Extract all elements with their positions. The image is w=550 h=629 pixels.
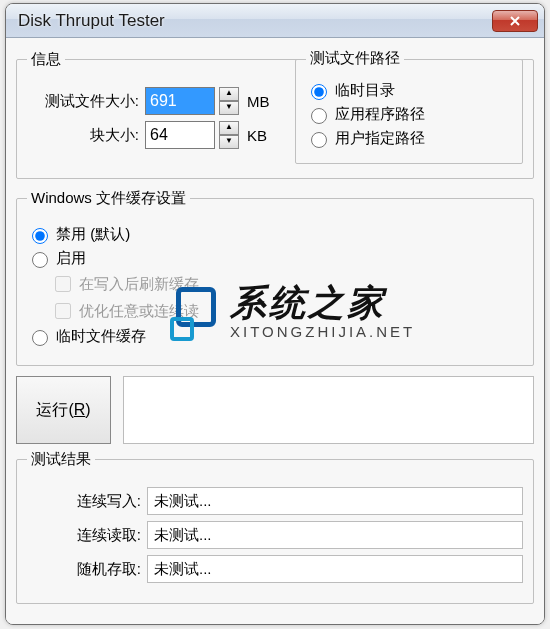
cache-legend: Windows 文件缓存设置 bbox=[27, 189, 190, 208]
close-button[interactable] bbox=[492, 10, 538, 32]
file-size-unit: MB bbox=[247, 93, 270, 110]
cache-enable-label: 启用 bbox=[56, 249, 86, 268]
checkbox-input bbox=[55, 276, 71, 292]
flush-check: 在写入后刷新缓存 bbox=[51, 273, 523, 295]
seq-read-value: 未测试... bbox=[147, 521, 523, 549]
spin-up-icon[interactable]: ▲ bbox=[219, 121, 239, 135]
radio-input[interactable] bbox=[311, 84, 327, 100]
cache-enable-radio[interactable]: 启用 bbox=[27, 249, 523, 268]
rand-access-label: 随机存取: bbox=[27, 560, 147, 579]
results-group: 测试结果 连续写入: 未测试... 连续读取: 未测试... 随机存取: 未测试… bbox=[16, 450, 534, 604]
block-size-label: 块大小: bbox=[27, 126, 145, 145]
cache-temp-label: 临时文件缓存 bbox=[56, 327, 146, 346]
cache-disable-label: 禁用 (默认) bbox=[56, 225, 130, 244]
optimize-check-label: 优化任意或连续读 bbox=[79, 302, 199, 321]
path-user-radio[interactable]: 用户指定路径 bbox=[306, 129, 512, 148]
path-legend: 测试文件路径 bbox=[306, 49, 404, 68]
cache-group: Windows 文件缓存设置 禁用 (默认) 启用 在写入后刷新缓存 优化任意或… bbox=[16, 189, 534, 366]
titlebar: Disk Thruput Tester bbox=[6, 4, 544, 38]
run-button-label: 运行(R) bbox=[36, 400, 90, 421]
path-app-label: 应用程序路径 bbox=[335, 105, 425, 124]
file-size-input[interactable] bbox=[145, 87, 215, 115]
path-group: 测试文件路径 临时目录 应用程序路径 用户指定路径 bbox=[295, 59, 523, 164]
file-size-spinner[interactable]: ▲ ▼ bbox=[219, 87, 239, 115]
spin-up-icon[interactable]: ▲ bbox=[219, 87, 239, 101]
run-button[interactable]: 运行(R) bbox=[16, 376, 111, 444]
seq-write-value: 未测试... bbox=[147, 487, 523, 515]
app-window: Disk Thruput Tester 信息 测试文件大小: ▲ ▼ bbox=[5, 3, 545, 625]
block-size-unit: KB bbox=[247, 127, 267, 144]
info-legend: 信息 bbox=[27, 50, 65, 69]
radio-input[interactable] bbox=[311, 108, 327, 124]
results-legend: 测试结果 bbox=[27, 450, 95, 469]
checkbox-input bbox=[55, 303, 71, 319]
path-temp-radio[interactable]: 临时目录 bbox=[306, 81, 512, 100]
cache-disable-radio[interactable]: 禁用 (默认) bbox=[27, 225, 523, 244]
block-size-input[interactable] bbox=[145, 121, 215, 149]
optimize-check: 优化任意或连续读 bbox=[51, 300, 523, 322]
info-group: 信息 测试文件大小: ▲ ▼ MB bbox=[16, 50, 534, 179]
cache-temp-radio[interactable]: 临时文件缓存 bbox=[27, 327, 523, 346]
seq-read-label: 连续读取: bbox=[27, 526, 147, 545]
path-temp-label: 临时目录 bbox=[335, 81, 395, 100]
path-user-label: 用户指定路径 bbox=[335, 129, 425, 148]
block-size-spinner[interactable]: ▲ ▼ bbox=[219, 121, 239, 149]
window-title: Disk Thruput Tester bbox=[18, 11, 492, 31]
flush-check-label: 在写入后刷新缓存 bbox=[79, 275, 199, 294]
radio-input[interactable] bbox=[32, 330, 48, 346]
file-size-label: 测试文件大小: bbox=[27, 92, 145, 111]
path-app-radio[interactable]: 应用程序路径 bbox=[306, 105, 512, 124]
radio-input[interactable] bbox=[311, 132, 327, 148]
rand-access-value: 未测试... bbox=[147, 555, 523, 583]
run-area: 运行(R) bbox=[16, 376, 534, 444]
radio-input[interactable] bbox=[32, 228, 48, 244]
radio-input[interactable] bbox=[32, 252, 48, 268]
close-icon bbox=[509, 15, 521, 27]
spin-down-icon[interactable]: ▼ bbox=[219, 101, 239, 115]
spin-down-icon[interactable]: ▼ bbox=[219, 135, 239, 149]
seq-write-label: 连续写入: bbox=[27, 492, 147, 511]
run-output bbox=[123, 376, 534, 444]
